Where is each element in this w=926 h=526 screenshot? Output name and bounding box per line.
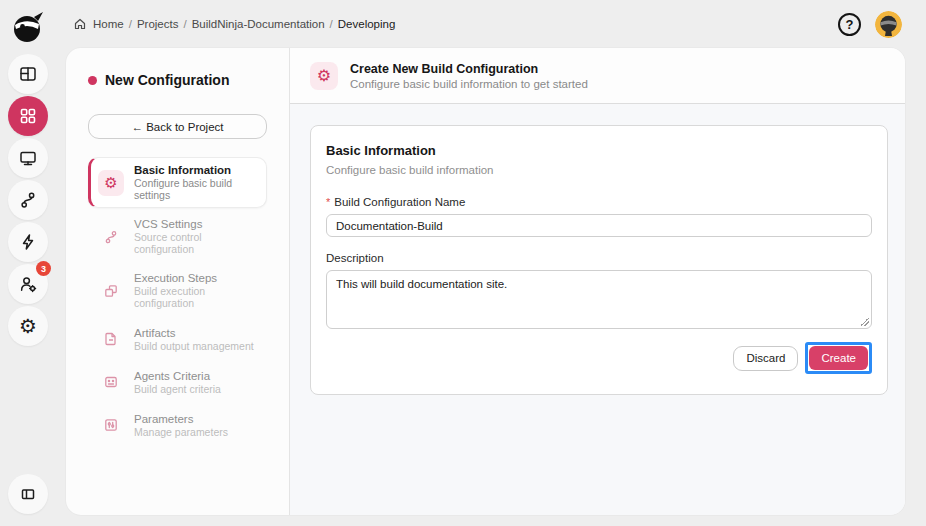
nav-item-label: Parameters <box>134 413 228 425</box>
lightning-icon <box>18 232 38 252</box>
breadcrumb-projects[interactable]: Projects <box>137 18 179 30</box>
panel-collapse-icon <box>18 484 38 504</box>
git-branch-icon <box>18 190 38 210</box>
breadcrumb-separator: / <box>129 18 132 30</box>
nav-item-label: VCS Settings <box>134 218 257 230</box>
name-field-label: * Build Configuration Name <box>326 196 872 208</box>
config-step-list: ⚙ Basic Information Configure basic buil… <box>88 157 267 445</box>
app-window: 3 ⚙ Home / <box>0 0 926 526</box>
icon-rail: 3 ⚙ <box>0 0 56 526</box>
user-gear-icon <box>18 274 38 294</box>
nav-item-sublabel: Manage parameters <box>134 426 228 438</box>
gear-icon: ⚙ <box>19 316 37 336</box>
rail-item-vcs[interactable] <box>8 180 48 220</box>
breadcrumb-separator: / <box>330 18 333 30</box>
rail-item-collapse[interactable] <box>8 474 48 514</box>
rail-item-layout[interactable] <box>8 54 48 94</box>
build-configuration-name-input[interactable] <box>326 214 872 237</box>
content-body: Basic Information Configure basic build … <box>290 104 905 515</box>
main-column: Home / Projects / BuildNinja-Documentati… <box>56 0 926 526</box>
nav-item-basic-information[interactable]: ⚙ Basic Information Configure basic buil… <box>88 157 267 208</box>
back-to-project-button[interactable]: ← Back to Project <box>88 114 267 139</box>
section-title: Basic Information <box>326 143 872 158</box>
nav-item-sublabel: Build execution configuration <box>134 285 257 309</box>
users-badge: 3 <box>36 261 51 276</box>
user-avatar[interactable] <box>875 11 902 38</box>
required-asterisk: * <box>326 196 330 208</box>
discard-button[interactable]: Discard <box>733 346 798 371</box>
file-icon <box>98 326 124 352</box>
content-area: ⚙ Create New Build Configuration Configu… <box>290 48 905 515</box>
steps-icon <box>98 278 124 304</box>
content-header: ⚙ Create New Build Configuration Configu… <box>290 48 905 104</box>
nav-item-label: Execution Steps <box>134 272 257 284</box>
help-icon[interactable]: ? <box>838 13 861 36</box>
nav-item-execution-steps[interactable]: Execution Steps Build execution configur… <box>88 265 267 316</box>
agent-face-icon <box>98 369 124 395</box>
breadcrumb-separator: / <box>183 18 186 30</box>
rail-item-builds[interactable] <box>8 222 48 262</box>
breadcrumb-home[interactable]: Home <box>93 18 124 30</box>
create-button[interactable]: Create <box>809 346 868 370</box>
page-title: New Configuration <box>105 72 229 88</box>
breadcrumb: Home / Projects / BuildNinja-Documentati… <box>74 18 395 30</box>
nav-item-label: Artifacts <box>134 327 254 339</box>
rail-item-settings[interactable]: ⚙ <box>8 306 48 346</box>
gear-icon: ⚙ <box>104 175 117 190</box>
gear-icon: ⚙ <box>310 62 338 90</box>
config-sidebar: New Configuration ← Back to Project ⚙ Ba… <box>66 48 290 515</box>
monitor-icon <box>18 148 38 168</box>
basic-information-card: Basic Information Configure basic build … <box>310 125 888 395</box>
grid-icon <box>18 106 38 126</box>
nav-item-label: Basic Information <box>134 164 257 176</box>
content-panel: New Configuration ← Back to Project ⚙ Ba… <box>66 48 905 515</box>
status-dot <box>88 76 97 85</box>
git-branch-icon <box>98 224 124 250</box>
nav-item-sublabel: Configure basic build settings <box>134 177 257 201</box>
nav-item-parameters[interactable]: Parameters Manage parameters <box>88 405 267 445</box>
top-bar: Home / Projects / BuildNinja-Documentati… <box>56 0 926 48</box>
buildninja-logo-icon <box>9 8 47 46</box>
content-title: Create New Build Configuration <box>350 62 588 76</box>
topbar-actions: ? <box>838 11 902 38</box>
nav-item-artifacts[interactable]: Artifacts Build output management <box>88 319 267 359</box>
config-sidebar-title: New Configuration <box>88 72 267 88</box>
agent-focus-ring: Create <box>805 342 872 374</box>
description-field-label: Description <box>326 252 872 264</box>
section-subtitle: Configure basic build information <box>326 164 872 176</box>
nav-item-sublabel: Source control configuration <box>134 231 257 255</box>
nav-item-vcs-settings[interactable]: VCS Settings Source control configuratio… <box>88 211 267 262</box>
home-icon <box>74 18 86 30</box>
nav-item-label: Agents Criteria <box>134 370 221 382</box>
nav-item-sublabel: Build agent criteria <box>134 383 221 395</box>
content-subtitle: Configure basic build information to get… <box>350 78 588 90</box>
form-actions: Discard Create <box>326 342 872 374</box>
nav-item-sublabel: Build output management <box>134 340 254 352</box>
rail-item-projects[interactable] <box>8 96 48 136</box>
breadcrumb-project-name[interactable]: BuildNinja-Documentation <box>192 18 325 30</box>
rail-item-users[interactable]: 3 <box>8 264 48 304</box>
description-textarea[interactable]: This will build documentation site. <box>326 270 872 329</box>
layout-icon <box>18 64 38 84</box>
parameters-icon <box>98 412 124 438</box>
rail-item-agents[interactable] <box>8 138 48 178</box>
breadcrumb-current: Developing <box>338 18 396 30</box>
nav-item-agents-criteria[interactable]: Agents Criteria Build agent criteria <box>88 362 267 402</box>
